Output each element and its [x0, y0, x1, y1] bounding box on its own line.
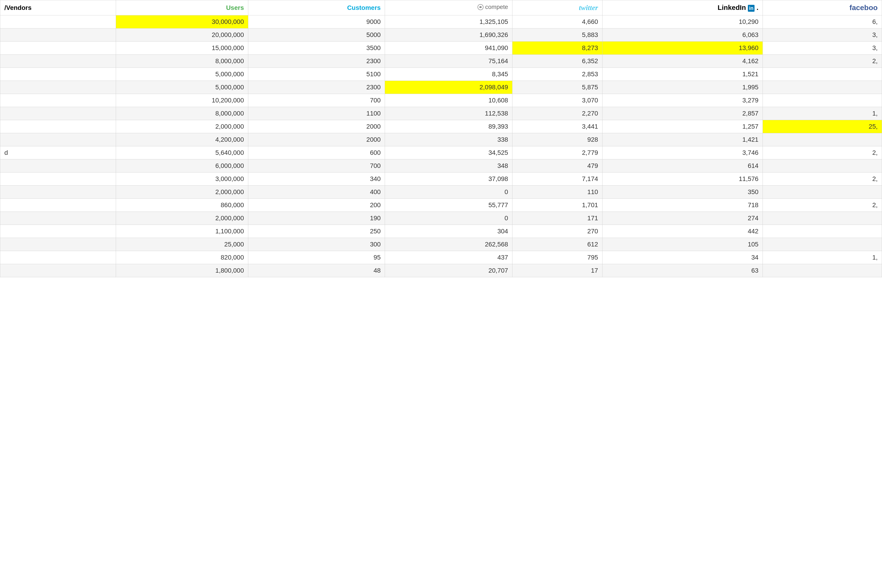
table-cell: 17: [512, 264, 603, 277]
table-row: 10,200,00070010,6083,0703,279: [0, 94, 882, 107]
table-cell: 8,273: [512, 42, 603, 55]
table-cell: 110: [512, 186, 603, 199]
table-cell: 25,000: [116, 238, 248, 251]
table-cell: 11,576: [602, 172, 763, 186]
table-cell: 5000: [248, 28, 385, 42]
table-cell: 1,325,105: [385, 15, 512, 28]
table-row: 3,000,00034037,0987,17411,5762,: [0, 172, 882, 186]
table-cell: 48: [248, 264, 385, 277]
table-cell: 2,098,049: [385, 81, 512, 94]
table-row: 820,00095437795341,: [0, 251, 882, 264]
table-cell: [0, 212, 116, 225]
table-cell: 718: [602, 199, 763, 212]
table-cell: 7,174: [512, 172, 603, 186]
table-cell: [0, 238, 116, 251]
table-cell: [763, 81, 882, 94]
table-cell: [763, 212, 882, 225]
table-cell: 20,000,000: [116, 28, 248, 42]
table-cell: 442: [602, 225, 763, 238]
table-cell: 8,000,000: [116, 55, 248, 68]
table-body: 30,000,00090001,325,1054,66010,2906,20,0…: [0, 15, 882, 277]
table-cell: 5,000,000: [116, 68, 248, 81]
table-cell: [0, 225, 116, 238]
table-row: 8,000,000230075,1646,3524,1622,: [0, 55, 882, 68]
table-cell: 63: [602, 264, 763, 277]
table-cell: 2300: [248, 81, 385, 94]
table-cell: 10,608: [385, 94, 512, 107]
table-cell: 348: [385, 159, 512, 172]
table-cell: [0, 94, 116, 107]
table-cell: 350: [602, 186, 763, 199]
table-cell: 6,000,000: [116, 159, 248, 172]
table-row: 8,000,0001100112,5382,2702,8571,: [0, 107, 882, 120]
data-table: /Vendors Users Customers compete twitter: [0, 0, 882, 277]
table-cell: 2,000,000: [116, 120, 248, 133]
table-cell: 4,162: [602, 55, 763, 68]
table-cell: 614: [602, 159, 763, 172]
table-cell: 171: [512, 212, 603, 225]
table-row: 5,000,00023002,098,0495,8751,995: [0, 81, 882, 94]
table-cell: 34: [602, 251, 763, 264]
table-row: 4,200,00020003389281,421: [0, 133, 882, 146]
table-cell: 37,098: [385, 172, 512, 186]
table-cell: [0, 68, 116, 81]
table-cell: [0, 133, 116, 146]
table-cell: 190: [248, 212, 385, 225]
table-cell: 300: [248, 238, 385, 251]
table-row: 1,800,0004820,7071763: [0, 264, 882, 277]
table-cell: 2,: [763, 199, 882, 212]
table-cell: 2,779: [512, 146, 603, 159]
table-cell: 304: [385, 225, 512, 238]
customers-header: Customers: [248, 0, 385, 15]
table-cell: [0, 120, 116, 133]
table-cell: 105: [602, 238, 763, 251]
users-header: Users: [116, 0, 248, 15]
table-cell: 1,: [763, 251, 882, 264]
table-cell: [0, 28, 116, 42]
table-cell: 55,777: [385, 199, 512, 212]
table-row: 2,000,000200089,3933,4411,25725,: [0, 120, 882, 133]
table-cell: 9000: [248, 15, 385, 28]
table-cell: 3,000,000: [116, 172, 248, 186]
table-cell: 4,200,000: [116, 133, 248, 146]
table-cell: 820,000: [116, 251, 248, 264]
table-cell: 4,660: [512, 15, 603, 28]
table-cell: 274: [602, 212, 763, 225]
table-cell: 795: [512, 251, 603, 264]
table-cell: [763, 238, 882, 251]
table-cell: 1,995: [602, 81, 763, 94]
table-cell: 5,875: [512, 81, 603, 94]
table-cell: [0, 172, 116, 186]
table-cell: 3,279: [602, 94, 763, 107]
table-cell: 2,853: [512, 68, 603, 81]
table-row: d5,640,00060034,5252,7793,7462,: [0, 146, 882, 159]
table-cell: [0, 264, 116, 277]
table-cell: 700: [248, 159, 385, 172]
table-cell: [0, 15, 116, 28]
table-cell: 928: [512, 133, 603, 146]
table-cell: [0, 81, 116, 94]
table-row: 5,000,00051008,3452,8531,521: [0, 68, 882, 81]
table-cell: 0: [385, 186, 512, 199]
table-cell: 3,441: [512, 120, 603, 133]
table-row: 2,000,0004000110350: [0, 186, 882, 199]
table-cell: 2,: [763, 146, 882, 159]
table-cell: 612: [512, 238, 603, 251]
table-cell: 6,063: [602, 28, 763, 42]
table-cell: 2,: [763, 55, 882, 68]
table-row: 2,000,0001900171274: [0, 212, 882, 225]
table-cell: 437: [385, 251, 512, 264]
table-row: 20,000,00050001,690,3265,8836,0633,: [0, 28, 882, 42]
table-cell: [0, 186, 116, 199]
table-row: 25,000300262,568612105: [0, 238, 882, 251]
table-cell: 262,568: [385, 238, 512, 251]
table-cell: 15,000,000: [116, 42, 248, 55]
table-row: 860,00020055,7771,7017182,: [0, 199, 882, 212]
table-cell: [0, 42, 116, 55]
table-row: 6,000,000700348479614: [0, 159, 882, 172]
linkedin-header: LinkedIn in .: [602, 0, 763, 15]
table-cell: [0, 251, 116, 264]
table-cell: [763, 186, 882, 199]
table-cell: 2000: [248, 133, 385, 146]
table-row: 1,100,000250304270442: [0, 225, 882, 238]
